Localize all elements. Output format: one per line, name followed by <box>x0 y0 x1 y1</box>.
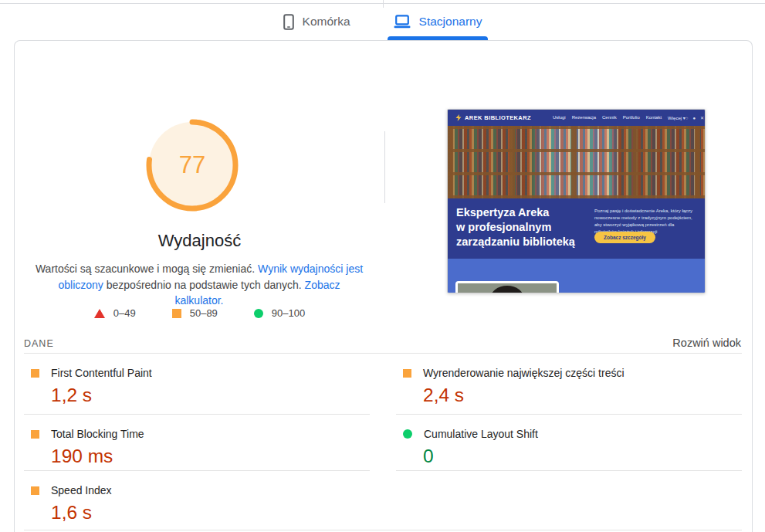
hero-heading-line: zarządzaniu biblioteką <box>456 235 575 249</box>
data-section-title: DANE <box>24 338 54 349</box>
search-icon: ○ <box>685 116 689 120</box>
average-square-icon <box>31 430 39 439</box>
site-nav-item: Usługi <box>553 115 566 120</box>
metric-value: 0 <box>423 446 742 467</box>
final-screenshot-thumbnail: AREK BIBLIOTEKARZ Usługi Rezerwacja Cenn… <box>447 109 706 293</box>
desktop-icon <box>394 15 411 29</box>
average-square-icon <box>172 309 181 318</box>
metric-value: 190 ms <box>51 446 370 467</box>
close-icon: ✕ <box>700 115 704 120</box>
metric-speed-index: Speed Index 1,6 s <box>24 471 370 530</box>
pass-circle-icon <box>403 429 412 439</box>
tab-desktop[interactable]: Stacjonarny <box>389 3 487 40</box>
tab-mobile[interactable]: Komórka <box>279 3 355 40</box>
site-nav-item: Cennik <box>602 115 617 120</box>
metric-total-blocking-time: Total Blocking Time 190 ms <box>24 415 370 471</box>
average-square-icon <box>31 486 39 495</box>
column-divider <box>384 131 385 203</box>
tab-mobile-label: Komórka <box>303 15 350 29</box>
metric-value: 1,6 s <box>51 502 370 524</box>
metric-label: Cumulative Layout Shift <box>424 428 538 440</box>
metric-label: Wyrenderowanie największej części treści <box>423 367 625 379</box>
site-hero-heading: Ekspertyza Areka w profesjonalnym zarząd… <box>456 205 575 249</box>
site-nav-item: Więcej ▾ <box>668 115 685 120</box>
performance-score: 77 <box>146 119 239 212</box>
score-legend: 0–49 50–89 90–100 <box>15 307 384 319</box>
legend-item-average: 50–89 <box>172 307 218 319</box>
disclaimer-text-2: bezpośrednio na podstawie tych danych. <box>103 279 305 291</box>
hero-heading-line: Ekspertyza Areka <box>456 205 575 220</box>
site-nav-item: Rezerwacja <box>572 115 596 120</box>
site-nav-item: Portfolio <box>623 115 640 120</box>
metric-label: First Contentful Paint <box>51 367 152 379</box>
person-head <box>490 286 524 293</box>
site-cta-button: Zobacz szczegóły <box>594 232 655 243</box>
performance-title: Wydajność <box>15 231 384 251</box>
metric-value: 1,2 s <box>51 385 370 406</box>
site-nav-item: Kontakt <box>646 115 662 120</box>
metric-label: Speed Index <box>51 484 112 496</box>
smartphone-icon <box>283 14 294 30</box>
metric-largest-contentful-paint: Wyrenderowanie największej części treści… <box>396 354 742 415</box>
site-person-card <box>455 281 559 293</box>
metric-cumulative-layout-shift: Cumulative Layout Shift 0 <box>396 415 742 471</box>
site-header-icons: ○ ● ✕ <box>685 115 704 120</box>
disclaimer-text-1: Wartości są szacunkowe i mogą się zmieni… <box>36 263 258 275</box>
site-hero: Ekspertyza Areka w profesjonalnym zarząd… <box>448 198 705 259</box>
tab-desktop-label: Stacjonarny <box>419 15 482 29</box>
score-disclaimer: Wartości są szacunkowe i mogą się zmieni… <box>33 261 365 309</box>
metrics-grid: First Contentful Paint 1,2 s Wyrenderowa… <box>24 354 742 530</box>
metrics-bottom-divider <box>24 530 742 530</box>
site-brand-label: AREK BIBLIOTEKARZ <box>465 114 531 121</box>
site-header: AREK BIBLIOTEKARZ Usługi Rezerwacja Cenn… <box>448 110 705 126</box>
site-brand: AREK BIBLIOTEKARZ <box>455 114 531 121</box>
performance-gauge[interactable]: 77 <box>146 119 239 212</box>
average-square-icon <box>31 369 39 378</box>
metric-first-contentful-paint: First Contentful Paint 1,2 s <box>24 354 370 415</box>
library-bookshelf-photo <box>448 126 705 198</box>
metric-label: Total Blocking Time <box>51 428 144 440</box>
legend-item-pass: 90–100 <box>254 307 305 319</box>
device-tabs: Komórka Stacjonarny <box>0 3 765 40</box>
lightning-logo-icon <box>455 114 462 121</box>
data-section-header: DANE Rozwiń widok <box>24 337 741 349</box>
person-photo <box>458 283 557 293</box>
pagespeed-report: Komórka Stacjonarny 77 Wydajność Wartośc… <box>0 0 765 532</box>
hero-heading-line: w profesjonalnym <box>456 220 575 235</box>
legend-pass-range: 90–100 <box>272 307 305 319</box>
report-card: 77 Wydajność Wartości są szacunkowe i mo… <box>14 40 753 532</box>
pass-circle-icon <box>254 309 263 318</box>
metric-empty-cell <box>396 471 742 530</box>
legend-average-range: 50–89 <box>190 307 218 319</box>
legend-fail-range: 0–49 <box>113 307 136 319</box>
average-square-icon <box>403 369 411 378</box>
legend-item-fail: 0–49 <box>94 307 136 319</box>
expand-view-button[interactable]: Rozwiń widok <box>672 337 741 349</box>
metric-value: 2,4 s <box>423 385 742 406</box>
fail-triangle-icon <box>94 309 105 318</box>
site-nav: Usługi Rezerwacja Cennik Portfolio Konta… <box>553 115 685 120</box>
account-icon: ● <box>692 116 696 120</box>
